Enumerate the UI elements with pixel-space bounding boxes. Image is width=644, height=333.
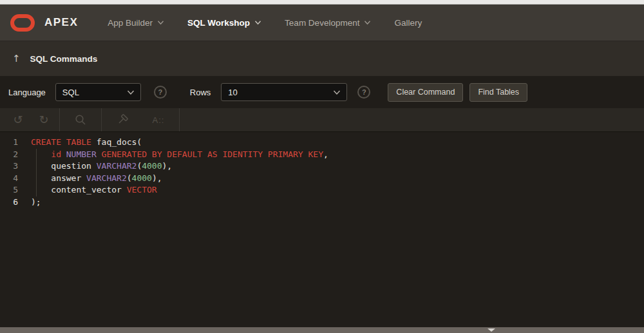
line-number: 3 (0, 160, 18, 173)
nav-menu: App Builder SQL Workshop Team Developmen… (96, 12, 433, 34)
line-number: 1 (0, 137, 18, 149)
code-line: 4 answer VARCHAR2(4000), (0, 173, 644, 185)
toolbar-divider (101, 108, 102, 131)
autocomplete-button[interactable]: A:: (140, 108, 176, 131)
nav-item-sql-workshop[interactable]: SQL Workshop (176, 12, 273, 34)
toolbar-divider (59, 108, 60, 131)
language-select-value: SQL (62, 88, 79, 97)
code-line: 5 content_vector VECTOR (0, 184, 644, 196)
undo-button[interactable]: ↺ (5, 108, 31, 131)
redo-icon: ↻ (39, 114, 48, 126)
find-tables-button[interactable]: Find Tables (469, 83, 527, 102)
apex-sql-commands-window: APEX App Builder SQL Workshop Team Devel… (0, 0, 644, 333)
line-number: 4 (0, 173, 18, 185)
rows-select-value: 10 (228, 88, 237, 97)
undo-icon: ↺ (13, 114, 23, 126)
line-number: 5 (0, 184, 18, 196)
hammer-icon (116, 113, 129, 126)
nav-item-team-development[interactable]: Team Development (273, 12, 383, 34)
language-help-icon[interactable]: ? (154, 86, 167, 99)
nav-item-app-builder[interactable]: App Builder (96, 12, 176, 34)
controls-row: Language SQL ? Rows 10 ? Clear Command F… (0, 76, 644, 108)
find-button[interactable] (62, 108, 99, 131)
rows-help-icon[interactable]: ? (357, 86, 370, 99)
results-splitter-bar[interactable] (0, 327, 644, 333)
collapse-arrow-icon[interactable] (488, 328, 495, 332)
line-number: 2 (0, 149, 18, 161)
chevron-down-icon (254, 20, 261, 25)
sql-code-editor[interactable]: 1 CREATE TABLE faq_docs( 2 id NUMBER GEN… (0, 132, 644, 327)
line-number: 6 (0, 196, 18, 209)
autocomplete-icon: A:: (153, 115, 165, 125)
redo-button[interactable]: ↻ (31, 108, 57, 131)
page-title: SQL Commands (30, 54, 98, 64)
nav-item-gallery[interactable]: Gallery (383, 12, 433, 34)
code-line-active: 6 ); (0, 196, 644, 209)
rows-select[interactable]: 10 (221, 83, 347, 101)
chevron-down-icon (127, 90, 135, 95)
chevron-down-icon (333, 90, 341, 95)
top-navbar: APEX App Builder SQL Workshop Team Devel… (0, 5, 644, 41)
chevron-down-icon (157, 20, 164, 25)
indent-guide (36, 149, 37, 196)
brand-apex[interactable]: APEX (44, 16, 78, 29)
oracle-logo-icon[interactable] (10, 14, 35, 32)
editor-toolbar: ↺ ↻ A:: (0, 108, 644, 132)
language-select[interactable]: SQL (55, 83, 141, 101)
up-arrow-icon[interactable]: ↑ (12, 53, 21, 64)
chevron-down-icon (364, 20, 371, 25)
clear-command-button[interactable]: Clear Command (388, 83, 463, 102)
format-button[interactable] (104, 108, 140, 131)
code-line: 3 question VARCHAR2(4000), (0, 160, 644, 173)
code-line: 1 CREATE TABLE faq_docs( (0, 137, 644, 149)
code-line: 2 id NUMBER GENERATED BY DEFAULT AS IDEN… (0, 149, 644, 161)
language-label: Language (8, 88, 46, 97)
toolbar-divider (179, 108, 180, 131)
search-icon (75, 114, 86, 126)
breadcrumb-bar: ↑ SQL Commands (0, 41, 644, 76)
browser-edge-strip (0, 0, 644, 5)
rows-label: Rows (190, 88, 211, 97)
